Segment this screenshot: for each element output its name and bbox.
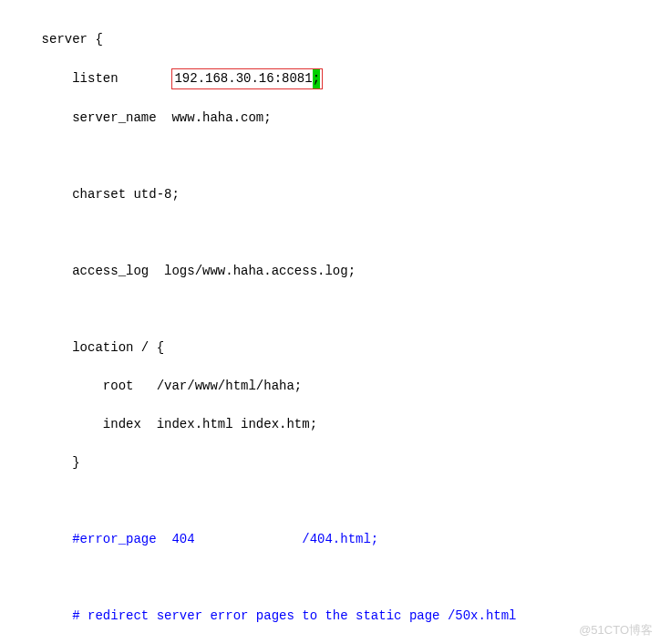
code-line <box>11 492 660 511</box>
code-line: location / { <box>11 338 660 358</box>
code-line: } <box>11 453 660 473</box>
watermark-text: @51CTO博客 <box>579 621 653 639</box>
code-block: server { listen 192.168.30.16:8081; serv… <box>0 0 660 644</box>
code-line <box>11 300 660 319</box>
code-line: index index.html index.htm; <box>11 415 660 434</box>
highlight-box-1: 192.168.30.16:8081; <box>171 68 322 89</box>
code-line <box>11 568 660 587</box>
code-line: root /var/www/html/haha; <box>11 377 660 396</box>
code-line: server_name www.haha.com; <box>11 109 660 128</box>
code-line <box>11 223 660 243</box>
code-line: server { <box>11 30 660 49</box>
cursor-icon: ; <box>313 69 320 88</box>
code-line: charset utd-8; <box>11 185 660 204</box>
comment-line: # redirect server error pages to the sta… <box>11 607 660 626</box>
code-line: access_log logs/www.haha.access.log; <box>11 262 660 281</box>
comment-line: #error_page 404 /404.html; <box>11 530 660 549</box>
code-line <box>11 147 660 166</box>
code-line: listen 192.168.30.16:8081; <box>11 68 660 89</box>
